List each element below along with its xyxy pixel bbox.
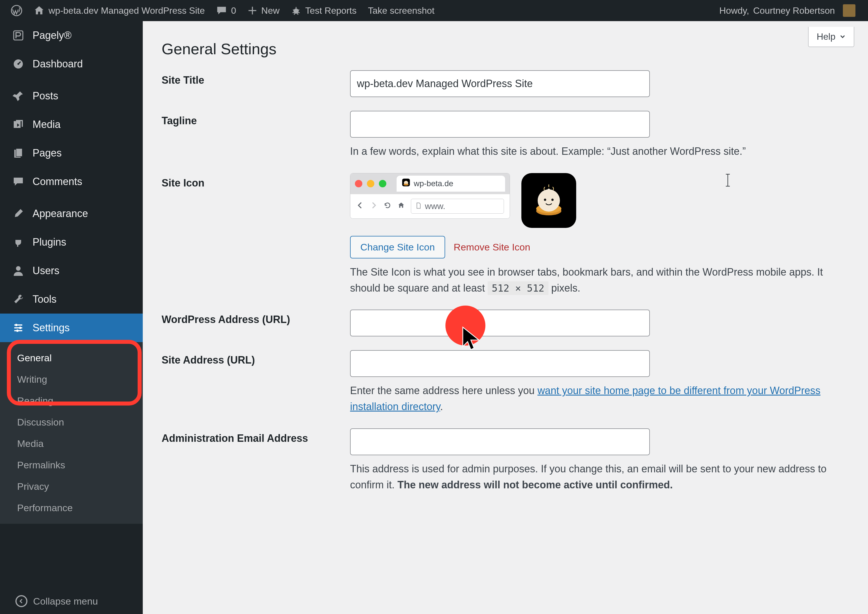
wrench-icon xyxy=(11,293,25,305)
extra-item-1[interactable]: Take screenshot xyxy=(362,0,440,21)
pagely-icon xyxy=(11,30,25,41)
svg-point-8 xyxy=(16,266,20,271)
row-site-url: Site Address (URL) Enter the same addres… xyxy=(161,350,846,415)
extra-item-0[interactable]: Test Reports xyxy=(285,0,362,21)
svg-point-19 xyxy=(551,198,553,201)
sidebar-item-tools[interactable]: Tools xyxy=(0,285,143,313)
sidebar-item-label: Settings xyxy=(33,322,70,334)
sidebar-item-label: Plugins xyxy=(33,236,66,248)
sidebar-item-label: Posts xyxy=(33,90,58,102)
comment-icon xyxy=(216,5,227,16)
change-site-icon-button[interactable]: Change Site Icon xyxy=(350,236,445,259)
sidebar-item-label: Pagely® xyxy=(33,29,72,42)
sidebar-item-label: Tools xyxy=(33,293,57,305)
row-wp-url: WordPress Address (URL) xyxy=(161,310,846,336)
page-icon xyxy=(11,147,25,159)
site-icon-app-preview xyxy=(521,173,576,228)
content-area: Help General Settings Site Title Tagline… xyxy=(143,21,861,614)
input-admin-email[interactable] xyxy=(350,428,650,455)
svg-point-17 xyxy=(538,189,560,212)
label-tagline: Tagline xyxy=(161,111,350,127)
settings-sub-performance[interactable]: Performance xyxy=(0,497,143,519)
input-tagline[interactable] xyxy=(350,111,650,138)
sidebar-item-label: Dashboard xyxy=(33,58,83,70)
sidebar-item-label: Pages xyxy=(33,147,62,159)
settings-sub-general[interactable]: General xyxy=(0,347,143,369)
remove-site-icon-link[interactable]: Remove Site Icon xyxy=(454,242,530,253)
sidebar-item-media[interactable]: Media xyxy=(0,110,143,139)
sidebar-item-pages[interactable]: Pages xyxy=(0,139,143,167)
svg-rect-11 xyxy=(17,330,18,332)
sidebar-item-settings[interactable]: Settings xyxy=(0,313,143,342)
site-title-text: wp-beta.dev Managed WordPress Site xyxy=(48,5,205,16)
svg-rect-7 xyxy=(16,149,22,157)
sidebar-item-appearance[interactable]: Appearance xyxy=(0,199,143,228)
gauge-icon xyxy=(11,58,25,70)
admin-sidebar: Pagely®DashboardPostsMediaPagesCommentsA… xyxy=(0,21,143,614)
nav-reload-icon xyxy=(383,202,391,211)
input-site-title[interactable] xyxy=(350,70,650,97)
sidebar-item-label: Users xyxy=(33,265,59,277)
text-caret-icon xyxy=(727,174,728,186)
new-label: New xyxy=(261,5,279,16)
user-menu[interactable]: Howdy, Courtney Robertson xyxy=(713,0,861,21)
desc-site-icon: The Site Icon is what you see in browser… xyxy=(350,264,846,296)
settings-sub-reading[interactable]: Reading xyxy=(0,390,143,411)
sidebar-item-label: Media xyxy=(33,118,60,130)
wordpress-logo-icon xyxy=(11,5,22,16)
row-site-title: Site Title xyxy=(161,70,846,97)
input-site-url[interactable] xyxy=(350,350,650,377)
howdy-prefix: Howdy, xyxy=(719,5,749,16)
site-icon-browser-preview: wp-beta.de www. xyxy=(350,173,510,219)
row-admin-email: Administration Email Address This addres… xyxy=(161,428,846,493)
svg-point-18 xyxy=(544,198,546,201)
sidebar-item-pagely[interactable]: Pagely® xyxy=(0,21,143,50)
site-home-link[interactable]: wp-beta.dev Managed WordPress Site xyxy=(28,0,211,21)
new-content-link[interactable]: New xyxy=(242,0,285,21)
user-name: Courtney Robertson xyxy=(753,5,835,16)
collapse-menu-button[interactable]: Collapse menu xyxy=(0,588,143,614)
media-icon xyxy=(11,119,25,130)
settings-sub-permalinks[interactable]: Permalinks xyxy=(0,454,143,476)
sidebar-item-plugins[interactable]: Plugins xyxy=(0,228,143,256)
nav-fwd-icon xyxy=(370,202,378,211)
row-tagline: Tagline In a few words, explain what thi… xyxy=(161,111,846,159)
desc-tagline: In a few words, explain what this site i… xyxy=(350,143,846,159)
help-tab[interactable]: Help xyxy=(808,27,854,47)
user-icon xyxy=(11,265,25,276)
sidebar-item-users[interactable]: Users xyxy=(0,256,143,285)
sidebar-item-dashboard[interactable]: Dashboard xyxy=(0,50,143,78)
desc-site-url: Enter the same address here unless you w… xyxy=(350,383,846,415)
label-site-url: Site Address (URL) xyxy=(161,350,350,366)
svg-point-14 xyxy=(403,184,409,186)
bug-icon xyxy=(291,5,301,16)
comment-icon xyxy=(11,176,25,188)
plug-icon xyxy=(11,236,25,248)
sidebar-item-posts[interactable]: Posts xyxy=(0,82,143,110)
nav-back-icon xyxy=(356,202,364,211)
sidebar-item-label: Comments xyxy=(33,176,82,188)
home-icon xyxy=(34,5,45,16)
comments-link[interactable]: 0 xyxy=(211,0,242,21)
input-wp-url[interactable] xyxy=(350,310,650,336)
label-site-title: Site Title xyxy=(161,70,350,86)
plus-icon xyxy=(248,6,257,16)
wp-logo-menu[interactable] xyxy=(5,0,28,21)
label-wp-url: WordPress Address (URL) xyxy=(161,310,350,326)
pin-icon xyxy=(11,90,25,102)
brush-icon xyxy=(11,208,25,219)
collapse-icon xyxy=(16,595,28,607)
settings-sub-media[interactable]: Media xyxy=(0,433,143,454)
sidebar-item-label: Appearance xyxy=(33,208,88,220)
settings-sub-discussion[interactable]: Discussion xyxy=(0,411,143,433)
svg-rect-9 xyxy=(16,324,17,326)
page-title: General Settings xyxy=(161,40,846,58)
comments-count: 0 xyxy=(231,5,236,16)
svg-point-1 xyxy=(293,9,299,14)
settings-sub-privacy[interactable]: Privacy xyxy=(0,476,143,497)
desc-admin-email: This address is used for admin purposes.… xyxy=(350,461,846,493)
admin-toolbar: wp-beta.dev Managed WordPress Site 0 New… xyxy=(0,0,868,21)
sidebar-item-comments[interactable]: Comments xyxy=(0,167,143,196)
settings-sub-writing[interactable]: Writing xyxy=(0,369,143,390)
label-site-icon: Site Icon xyxy=(161,173,350,189)
